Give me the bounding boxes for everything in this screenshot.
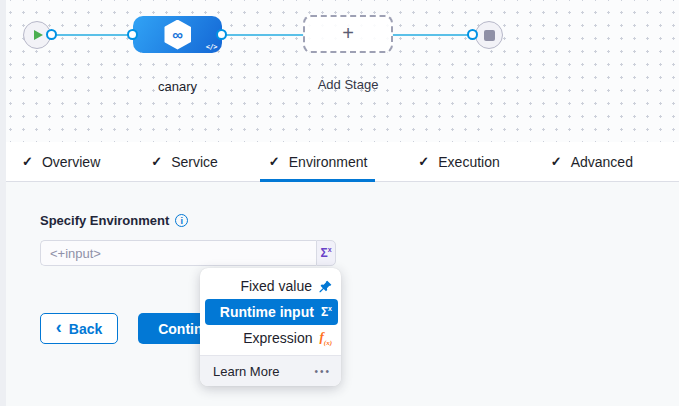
menu-item-expression[interactable]: Expression f(x): [200, 325, 341, 351]
stage-node-canary[interactable]: ∞ </>: [133, 16, 222, 53]
specify-environment-label: Specify Environment i: [40, 213, 188, 228]
infinity-icon: ∞: [172, 27, 183, 42]
stage-name-label: canary: [133, 79, 222, 94]
check-icon: ✓: [418, 154, 429, 169]
stop-icon: [484, 30, 495, 41]
connector-line: [392, 34, 474, 36]
tab-environment[interactable]: ✓ Environment: [269, 142, 368, 181]
plus-icon: +: [342, 23, 354, 43]
tab-overview[interactable]: ✓ Overview: [22, 142, 100, 181]
connector-line: [221, 34, 304, 36]
harness-stage-icon: ∞: [164, 20, 191, 50]
pipeline-end-node[interactable]: [475, 21, 503, 49]
check-icon: ✓: [151, 154, 162, 169]
stage-tabbar: ✓ Overview ✓ Service ✓ Environment ✓ Exe…: [0, 142, 679, 182]
connector-port[interactable]: [467, 29, 478, 40]
learn-more-link[interactable]: Learn More: [213, 364, 279, 379]
back-button[interactable]: ‹ Back: [40, 313, 118, 344]
add-stage-label: Add Stage: [303, 77, 393, 92]
runtime-input-type-button[interactable]: Σx: [316, 240, 336, 266]
environment-input-group: Σx: [40, 240, 336, 266]
check-icon: ✓: [269, 154, 280, 169]
dropdown-footer: Learn More •••: [200, 355, 341, 386]
ellipsis-icon[interactable]: •••: [314, 366, 331, 377]
code-icon: </>: [206, 43, 217, 51]
connector-port[interactable]: [127, 29, 138, 40]
fx-icon: f(x): [319, 329, 332, 347]
sigma-icon: Σx: [321, 305, 332, 319]
connector-line: [51, 34, 134, 36]
tab-advanced[interactable]: ✓ Advanced: [551, 142, 633, 181]
check-icon: ✓: [551, 154, 562, 169]
info-icon[interactable]: i: [175, 214, 188, 227]
environment-input[interactable]: [40, 240, 316, 266]
pipeline-stage-setup-screen: ∞ </> + canary Add Stage ✓ Overview ✓ Se…: [0, 0, 679, 406]
input-type-dropdown: Fixed value Runtime input Σx Expression …: [200, 268, 341, 386]
menu-item-fixed-value[interactable]: Fixed value: [200, 273, 341, 299]
tab-service[interactable]: ✓ Service: [151, 142, 218, 181]
chevron-left-icon: ‹: [56, 318, 62, 336]
menu-item-runtime-input[interactable]: Runtime input Σx: [205, 299, 338, 325]
add-stage-button[interactable]: +: [303, 15, 393, 53]
connector-port[interactable]: [46, 29, 57, 40]
panel-edge-gutter: [0, 0, 6, 406]
connector-port[interactable]: [216, 29, 227, 40]
play-icon: [34, 30, 43, 40]
pipeline-canvas: ∞ </> + canary Add Stage: [0, 0, 679, 142]
dropdown-items: Fixed value Runtime input Σx Expression …: [200, 268, 341, 355]
check-icon: ✓: [22, 154, 33, 169]
pin-icon: [319, 280, 332, 293]
tab-execution[interactable]: ✓ Execution: [418, 142, 499, 181]
